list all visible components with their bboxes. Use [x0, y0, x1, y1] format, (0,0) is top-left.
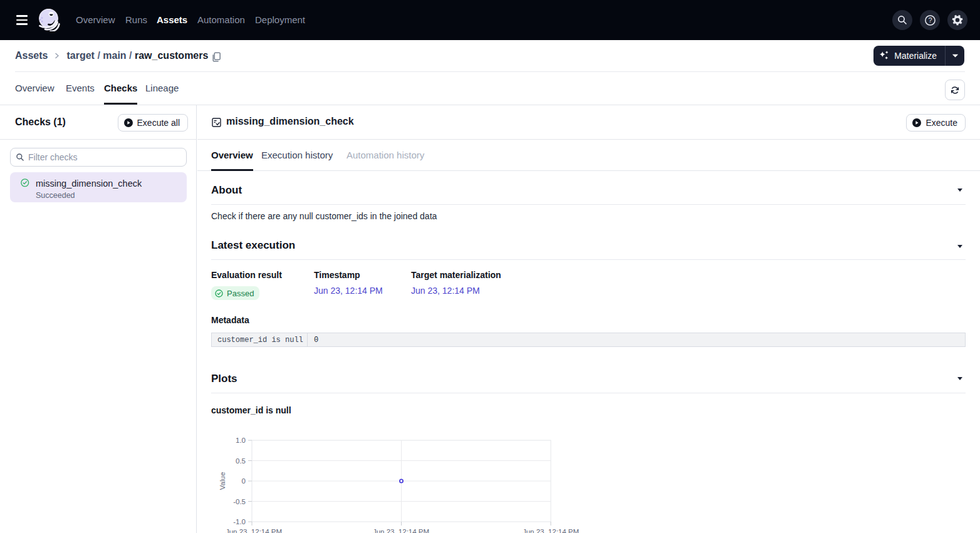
svg-text:-1.0: -1.0	[233, 518, 246, 525]
svg-text:Jun 23, 12:14 PM: Jun 23, 12:14 PM	[373, 528, 429, 533]
svg-text:-0.5: -0.5	[233, 498, 246, 505]
svg-text:Jun 23, 12:14 PM: Jun 23, 12:14 PM	[523, 528, 579, 533]
svg-text:Value: Value	[219, 472, 226, 490]
svg-text:1.0: 1.0	[236, 437, 246, 444]
svg-text:?: ?	[928, 16, 932, 24]
svg-text:0.5: 0.5	[236, 457, 246, 465]
svg-text:0: 0	[242, 477, 246, 485]
svg-text:Jun 23, 12:14 PM: Jun 23, 12:14 PM	[226, 528, 282, 533]
